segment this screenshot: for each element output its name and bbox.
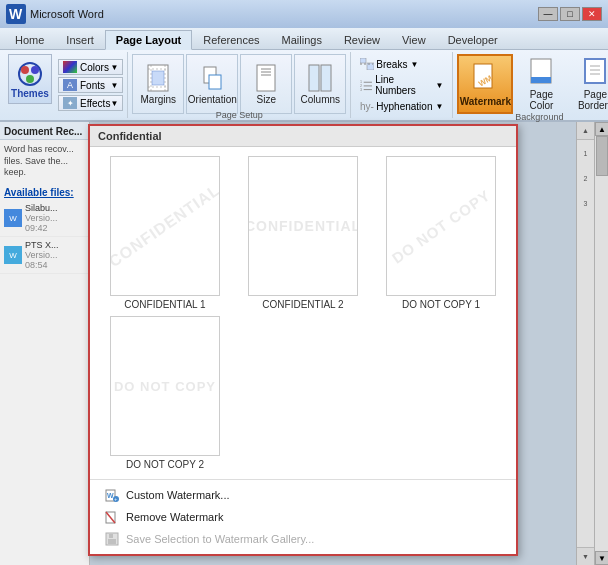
- watermark-button[interactable]: WM Watermark: [457, 54, 513, 114]
- svg-point-5: [26, 75, 34, 83]
- file-icon-1: W: [4, 209, 22, 227]
- margins-label: Margins: [141, 94, 177, 105]
- tab-developer[interactable]: Developer: [437, 29, 509, 49]
- custom-watermark-label: Custom Watermark...: [126, 489, 230, 501]
- watermark-item-donotcopy2[interactable]: DO NOT COPY DO NOT COPY 2: [98, 315, 232, 471]
- tab-insert[interactable]: Insert: [55, 29, 105, 49]
- available-files-label[interactable]: Available files:: [0, 183, 89, 200]
- window-controls: — □ ✕: [538, 7, 602, 21]
- maximize-button[interactable]: □: [560, 7, 580, 21]
- file-item-2[interactable]: W PTS X... Versio... 08:54: [0, 237, 89, 274]
- watermark-dropdown: Confidential CONFIDENTIAL CONFIDENTIAL 1…: [88, 124, 518, 556]
- size-button[interactable]: Size: [240, 54, 292, 114]
- svg-rect-34: [585, 59, 605, 83]
- watermark-text-donotcopy2: DO NOT COPY: [114, 379, 216, 394]
- custom-watermark-item[interactable]: W+ Custom Watermark...: [98, 484, 508, 506]
- watermark-preview-donotcopy2: DO NOT COPY: [110, 316, 220, 456]
- fonts-chevron-icon: ▼: [110, 81, 118, 90]
- file-time-1: 09:42: [25, 223, 58, 233]
- line-numbers-button[interactable]: 123 Line Numbers ▼: [355, 76, 448, 94]
- watermark-item-donotcopy1[interactable]: DO NOT COPY DO NOT COPY 1: [374, 155, 508, 311]
- hyphenation-chevron-icon: ▼: [435, 102, 443, 111]
- columns-button[interactable]: Columns: [294, 54, 346, 114]
- tab-view[interactable]: View: [391, 29, 437, 49]
- doc-info: Word has recov... files. Save the... kee…: [0, 140, 89, 183]
- watermark-label-confidential1: CONFIDENTIAL 1: [124, 299, 205, 310]
- scroll-thumb[interactable]: [596, 136, 608, 176]
- colors-button[interactable]: Colors ▼: [58, 59, 123, 75]
- file-icon-2: W: [4, 246, 22, 264]
- save-watermark-icon: [104, 531, 120, 547]
- close-button[interactable]: ✕: [582, 7, 602, 21]
- fonts-button[interactable]: A Fonts ▼: [58, 77, 123, 93]
- tab-mailings[interactable]: Mailings: [271, 29, 333, 49]
- svg-point-4: [31, 66, 39, 74]
- ribbon-content: Themes Colors ▼ A Fonts ▼ ✦ Effects ▼: [0, 50, 608, 122]
- remove-watermark-item[interactable]: Remove Watermark: [98, 506, 508, 528]
- file-item-1[interactable]: W Silabu... Versio... 09:42: [0, 200, 89, 237]
- svg-rect-19: [321, 65, 331, 91]
- save-watermark-item: Save Selection to Watermark Gallery...: [98, 528, 508, 550]
- svg-point-3: [21, 66, 29, 74]
- breaks-button[interactable]: Breaks ▼: [355, 55, 448, 73]
- page-color-button[interactable]: Page Color: [515, 54, 567, 114]
- recent-label: Document Rec...: [0, 122, 89, 140]
- page-borders-icon: [582, 57, 608, 87]
- watermark-label: Watermark: [460, 96, 511, 107]
- columns-label: Columns: [301, 94, 340, 105]
- file-name-2: PTS X...: [25, 240, 59, 250]
- watermark-actions: W+ Custom Watermark... Remove Watermark …: [90, 479, 516, 554]
- svg-text:+: +: [114, 496, 118, 502]
- page-borders-button[interactable]: Page Borders: [569, 54, 608, 114]
- scroll-down-button[interactable]: ▼: [595, 551, 608, 565]
- hyphenation-label: Hyphenation: [376, 101, 432, 112]
- margins-icon: [144, 64, 172, 92]
- page-borders-label: Page Borders: [578, 89, 608, 111]
- remove-watermark-icon: [104, 509, 120, 525]
- line-numbers-label: Line Numbers: [375, 74, 432, 96]
- svg-text:W: W: [107, 492, 114, 499]
- size-icon: [252, 64, 280, 92]
- svg-rect-13: [209, 75, 221, 89]
- orientation-button[interactable]: Orientation: [186, 54, 238, 114]
- margins-button[interactable]: Margins: [132, 54, 184, 114]
- effects-button[interactable]: ✦ Effects ▼: [58, 95, 123, 111]
- watermark-grid: CONFIDENTIAL CONFIDENTIAL 1 CONFIDENTIAL…: [90, 147, 516, 479]
- app-icon: W: [6, 4, 26, 24]
- watermark-item-confidential2[interactable]: CONFIDENTIAL CONFIDENTIAL 2: [236, 155, 370, 311]
- svg-rect-18: [309, 65, 319, 91]
- effects-chevron-icon: ▼: [110, 99, 118, 108]
- page-color-label: Page Color: [529, 89, 553, 111]
- themes-label: Themes: [11, 88, 49, 99]
- tab-page-layout[interactable]: Page Layout: [105, 30, 192, 50]
- left-panel: Document Rec... Word has recov... files.…: [0, 122, 90, 565]
- colors-chevron-icon: ▼: [110, 63, 118, 72]
- watermark-label-donotcopy2: DO NOT COPY 2: [126, 459, 204, 470]
- vertical-scrollbar[interactable]: ▲ ▼: [594, 122, 608, 565]
- minimize-button[interactable]: —: [538, 7, 558, 21]
- watermark-preview-confidential2: CONFIDENTIAL: [248, 156, 358, 296]
- hyphenation-button[interactable]: hy- Hyphenation ▼: [355, 97, 448, 115]
- ruler-mark-3: 3: [584, 200, 588, 207]
- watermark-text-confidential1: CONFIDENTIAL: [110, 181, 220, 271]
- watermark-dropdown-title: Confidential: [90, 126, 516, 147]
- save-watermark-label: Save Selection to Watermark Gallery...: [126, 533, 314, 545]
- themes-button[interactable]: Themes: [8, 54, 52, 104]
- svg-rect-33: [531, 77, 551, 83]
- tab-review[interactable]: Review: [333, 29, 391, 49]
- scroll-up-button[interactable]: ▲: [595, 122, 608, 136]
- orientation-icon: [198, 64, 226, 92]
- file-name-1: Silabu...: [25, 203, 58, 213]
- vertical-ruler: ▲ 1 2 3 ▼: [576, 122, 594, 565]
- file-version-2: Versio...: [25, 250, 59, 260]
- watermark-icon: WM: [470, 62, 500, 94]
- watermark-item-confidential1[interactable]: CONFIDENTIAL CONFIDENTIAL 1: [98, 155, 232, 311]
- window-title: Microsoft Word: [30, 8, 538, 20]
- tab-home[interactable]: Home: [4, 29, 55, 49]
- watermark-preview-confidential1: CONFIDENTIAL: [110, 156, 220, 296]
- tab-references[interactable]: References: [192, 29, 270, 49]
- watermark-text-donotcopy1: DO NOT COPY: [389, 186, 494, 266]
- page-color-icon: [528, 57, 554, 87]
- svg-rect-46: [109, 534, 113, 538]
- watermark-preview-donotcopy1: DO NOT COPY: [386, 156, 496, 296]
